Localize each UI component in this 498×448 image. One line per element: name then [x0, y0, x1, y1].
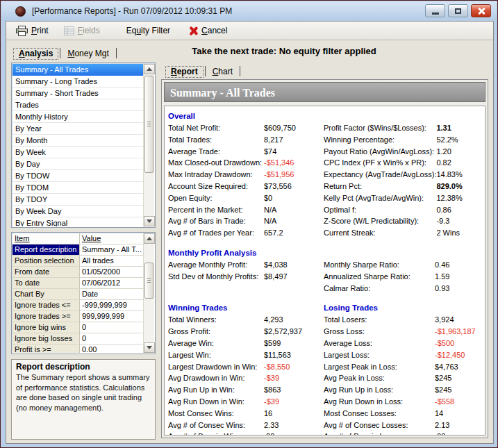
stat-row: Avg # of Bars in Losses:.00	[322, 431, 485, 435]
cancel-button[interactable]: Cancel	[185, 24, 231, 37]
list-item[interactable]: By TDOM	[13, 182, 143, 194]
settings-row[interactable]: Ignore big losses0	[13, 333, 143, 345]
stat-label: Calmar Ratio:	[322, 283, 435, 294]
setting-item[interactable]: Ignore big losses	[13, 333, 80, 345]
thumb-grip	[147, 278, 151, 283]
settings-row[interactable]: Ignore trades <=-999,999,999	[13, 300, 143, 311]
tab-chart[interactable]: Chart	[206, 65, 239, 78]
stat-row: Total Losers:3,924	[322, 314, 485, 326]
settings-row[interactable]: Ignore trades >=999,999,999	[13, 311, 143, 322]
settings-row[interactable]: From date01/05/2000	[13, 267, 143, 278]
stat-label: Average Trade:	[167, 146, 264, 158]
monthly-right-column: Monthly Sharpe Ratio:0.46Annualized Shar…	[322, 259, 485, 294]
stat-row: Return Pct:829.0%	[322, 181, 485, 192]
report-tabs: Report Chart	[165, 64, 241, 78]
tab-analysis[interactable]: Analysis	[13, 47, 59, 60]
settings-row[interactable]: Report descriptionSummary - All T...	[13, 244, 143, 256]
list-item[interactable]: Trades	[13, 99, 143, 111]
settings-row[interactable]: Ignore big wins0	[13, 322, 143, 333]
section-heading: Overall	[167, 110, 485, 122]
list-item[interactable]: Summary - Short Trades	[13, 88, 143, 99]
list-item[interactable]: By Week Day	[13, 206, 143, 217]
setting-value[interactable]: 0	[80, 322, 143, 333]
stat-value: 14	[435, 408, 485, 420]
scroll-thumb[interactable]	[144, 263, 153, 299]
stat-label: Avg # of Bars in Wins:	[167, 431, 264, 435]
list-item[interactable]: By Entry Signal	[13, 217, 143, 226]
stat-row: Average Trade:$74	[167, 146, 318, 158]
list-item[interactable]: Monthly History	[13, 111, 143, 123]
report-content: Overall Total Net Profit:$609,750Total T…	[164, 106, 485, 435]
setting-value[interactable]: -999,999,999	[80, 300, 143, 311]
setting-value[interactable]: Date	[80, 289, 143, 300]
setting-item[interactable]: Ignore big wins	[13, 322, 80, 333]
stat-label: Largest Win:	[167, 349, 264, 361]
section-heading: Monthly Profit Analysis	[167, 247, 485, 259]
tab-money-mgt[interactable]: Money Mgt	[61, 47, 115, 60]
setting-value[interactable]: 0.00	[80, 345, 143, 353]
settings-row[interactable]: Position selectionAll trades	[13, 256, 143, 267]
list-item[interactable]: Summary - All Trades	[13, 64, 143, 76]
print-button[interactable]: Print	[13, 24, 52, 38]
stat-label: Total Net Profit:	[167, 122, 264, 134]
stat-label: Average Monthly Profit:	[167, 259, 264, 271]
scroll-down-button[interactable]	[144, 216, 155, 226]
setting-item[interactable]: Report description	[13, 244, 80, 256]
settings-scrollbar[interactable]	[143, 233, 154, 353]
stat-value: 2.33	[264, 420, 318, 431]
scroll-up-button[interactable]	[144, 233, 155, 244]
section-win-loss: Winning Trades Losing Trades Total Winne…	[167, 302, 485, 435]
scroll-down-button[interactable]	[144, 342, 155, 353]
fields-label: Fields	[78, 26, 100, 35]
list-item[interactable]: By Year	[13, 123, 143, 135]
setting-item[interactable]: Ignore trades <=	[13, 300, 80, 311]
stat-value: $11,563	[264, 349, 318, 361]
item-column-header[interactable]: Item	[13, 233, 80, 244]
value-column-header[interactable]: Value	[80, 233, 143, 244]
setting-item[interactable]: Position selection	[13, 256, 80, 267]
app-icon[interactable]	[15, 6, 26, 17]
setting-item[interactable]: Chart By	[13, 289, 80, 300]
settings-row[interactable]: Chart ByDate	[13, 289, 143, 300]
setting-item[interactable]: To date	[13, 278, 80, 289]
list-item[interactable]: By Week	[13, 147, 143, 158]
maximize-button[interactable]	[448, 4, 468, 17]
stat-label: Max Intraday Drawdown:	[167, 169, 264, 181]
setting-item[interactable]: Ignore trades >=	[13, 311, 80, 322]
close-button[interactable]	[471, 4, 491, 17]
client-area: Print Fields Equity Filter Cancel	[6, 21, 494, 444]
list-item[interactable]: By Month	[13, 135, 143, 147]
list-item[interactable]: Summary - Long Trades	[13, 76, 143, 88]
scroll-up-button[interactable]	[144, 64, 155, 74]
setting-value[interactable]: 01/05/2000	[80, 267, 143, 278]
stat-row: Largest Drawdown in Win:-$8,550	[167, 361, 318, 373]
list-item[interactable]: By Day	[13, 158, 143, 170]
stat-value: -$39	[264, 372, 318, 384]
scroll-thumb[interactable]	[144, 76, 153, 173]
stat-value: -$12,450	[435, 349, 485, 361]
list-item[interactable]: By TDOY	[13, 194, 143, 206]
settings-row[interactable]: To date07/06/2012	[13, 278, 143, 289]
stat-row: Total Net Profit:$609,750	[167, 122, 318, 134]
minimize-button[interactable]	[425, 4, 445, 17]
stat-row: Account Size Required:$73,556	[167, 181, 318, 192]
setting-value[interactable]: 07/06/2012	[80, 278, 143, 289]
stat-row: Avg Drawdown in Win:-$39	[167, 372, 318, 384]
cancel-x-icon	[188, 26, 198, 35]
section-monthly: Monthly Profit Analysis Average Monthly …	[167, 247, 485, 294]
setting-value[interactable]: All trades	[80, 256, 143, 267]
stat-label: Return Pct:	[322, 181, 436, 192]
title-bar[interactable]: [Performance Reports] - Run 07/09/2012 1…	[1, 1, 497, 21]
list-scrollbar[interactable]	[143, 64, 154, 226]
setting-item[interactable]: From date	[13, 267, 80, 278]
list-item[interactable]: By TDOW	[13, 170, 143, 182]
setting-value[interactable]: 999,999,999	[80, 311, 143, 322]
setting-value[interactable]: 0	[80, 333, 143, 345]
tab-report[interactable]: Report	[165, 65, 204, 78]
settings-row[interactable]: Profit is >=0.00	[13, 345, 143, 353]
stat-value: -$8,550	[264, 361, 318, 373]
stat-row: Annualized Sharpe Ratio:1.59	[322, 271, 485, 283]
setting-item[interactable]: Profit is >=	[13, 345, 80, 353]
setting-value[interactable]: Summary - All T...	[80, 244, 143, 256]
equity-filter-button[interactable]: Equity Filter	[123, 24, 174, 37]
